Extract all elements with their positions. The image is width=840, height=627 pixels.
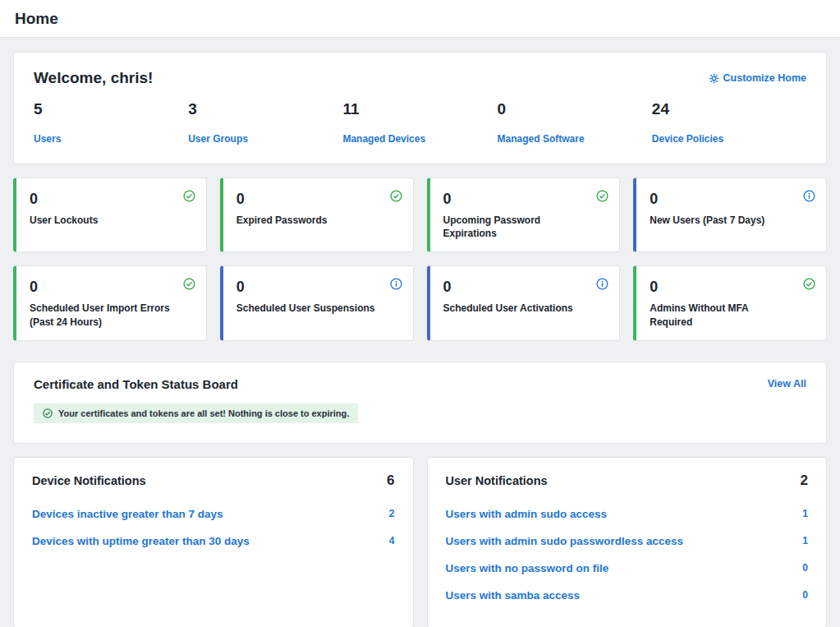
status-value: 0 <box>30 191 173 208</box>
stat-device-policies: 24 Device Policies <box>652 100 806 145</box>
gear-icon <box>709 73 719 84</box>
status-label: New Users (Past 7 Days) <box>650 214 793 227</box>
user-notification-row-samba[interactable]: Users with samba access 0 <box>446 582 809 609</box>
page-header: Home <box>0 0 840 38</box>
notification-count: 1 <box>802 508 808 519</box>
welcome-title: Welcome, chris! <box>34 69 153 87</box>
notification-count: 4 <box>389 535 395 546</box>
status-value: 0 <box>650 191 793 208</box>
notification-link: Devices with uptime greater than 30 days <box>32 535 250 547</box>
status-card-user-lockouts: 0 User Lockouts <box>13 177 207 252</box>
notification-count: 1 <box>802 535 808 546</box>
check-circle-icon <box>390 190 402 202</box>
stat-link-managed-software[interactable]: Managed Software <box>498 133 585 145</box>
stat-managed-devices: 11 Managed Devices <box>342 100 497 145</box>
user-notifications-title: User Notifications <box>446 474 548 487</box>
status-card-expired-passwords: 0 Expired Passwords <box>220 177 414 252</box>
notification-link: Users with admin sudo passwordless acces… <box>446 535 684 547</box>
status-value: 0 <box>443 279 587 296</box>
device-notification-row-uptime[interactable]: Devices with uptime greater than 30 days… <box>32 528 395 555</box>
status-value: 0 <box>650 279 793 296</box>
notification-link: Users with admin sudo access <box>446 508 608 520</box>
notification-link: Users with no password on file <box>446 562 609 574</box>
stat-link-managed-devices[interactable]: Managed Devices <box>342 133 425 145</box>
status-card-grid: 0 User Lockouts 0 Expired Passwords 0 Up… <box>13 177 827 341</box>
status-value: 0 <box>30 279 173 296</box>
status-label: Upcoming Password Expirations <box>443 214 587 240</box>
main-content: Welcome, chris! Customize Home <box>0 38 840 627</box>
stat-value: 0 <box>498 100 652 118</box>
customize-home-link[interactable]: Customize Home <box>709 72 806 84</box>
status-label: Admins Without MFA Required <box>650 302 793 328</box>
stat-user-groups: 3 User Groups <box>188 100 342 145</box>
status-value: 0 <box>236 279 380 296</box>
certificate-board-title: Certificate and Token Status Board <box>34 377 238 391</box>
status-value: 0 <box>443 191 587 208</box>
stat-value: 3 <box>188 100 342 118</box>
info-circle-icon[interactable] <box>596 278 608 290</box>
welcome-card: Welcome, chris! Customize Home <box>13 52 827 164</box>
status-card-upcoming-password-expirations: 0 Upcoming Password Expirations <box>427 177 621 252</box>
certificate-status-message: Your certificates and tokens are all set… <box>58 408 349 418</box>
status-label: Scheduled User Suspensions <box>236 302 380 315</box>
summary-stats: 5 Users 3 User Groups 11 Managed Devices… <box>34 100 806 145</box>
status-card-scheduled-user-suspensions: 0 Scheduled User Suspensions <box>220 265 414 340</box>
status-card-scheduled-user-import-errors: 0 Scheduled User Import Errors (Past 24 … <box>13 265 207 340</box>
notifications-section: Device Notifications 6 Devices inactive … <box>13 457 827 627</box>
status-value: 0 <box>236 191 380 208</box>
status-label: Scheduled User Activations <box>443 302 587 315</box>
device-notifications-card: Device Notifications 6 Devices inactive … <box>13 457 414 627</box>
notification-link: Devices inactive greater than 7 days <box>32 508 223 520</box>
stat-users: 5 Users <box>34 100 188 145</box>
status-label: Scheduled User Import Errors (Past 24 Ho… <box>30 302 173 328</box>
status-card-scheduled-user-activations: 0 Scheduled User Activations <box>427 265 621 340</box>
notification-link: Users with samba access <box>446 589 581 602</box>
certificate-status-banner: Your certificates and tokens are all set… <box>34 403 358 423</box>
stat-value: 5 <box>34 100 188 118</box>
user-notification-row-no-password[interactable]: Users with no password on file 0 <box>446 555 809 582</box>
check-circle-icon <box>803 278 815 290</box>
customize-home-label: Customize Home <box>723 72 806 84</box>
device-notifications-count: 6 <box>387 473 394 489</box>
user-notification-row-sudo-access[interactable]: Users with admin sudo access 1 <box>446 500 809 528</box>
view-all-link[interactable]: View All <box>768 378 806 390</box>
check-circle-icon <box>183 278 195 290</box>
user-notifications-count: 2 <box>801 473 808 489</box>
device-notifications-title: Device Notifications <box>32 474 146 487</box>
user-notification-row-sudo-passwordless[interactable]: Users with admin sudo passwordless acces… <box>446 528 809 555</box>
check-circle-icon <box>43 408 53 418</box>
stat-value: 24 <box>652 100 806 118</box>
certificate-status-card: Certificate and Token Status Board View … <box>13 362 827 444</box>
status-label: Expired Passwords <box>236 214 380 227</box>
status-label: User Lockouts <box>30 214 173 227</box>
stat-link-users[interactable]: Users <box>34 133 61 145</box>
status-card-new-users: 0 New Users (Past 7 Days) <box>633 177 827 252</box>
check-circle-icon <box>596 190 608 202</box>
check-circle-icon <box>183 190 195 202</box>
stat-link-user-groups[interactable]: User Groups <box>188 133 248 145</box>
stat-value: 11 <box>342 100 497 118</box>
stat-managed-software: 0 Managed Software <box>498 100 652 145</box>
notification-count: 0 <box>802 589 808 601</box>
status-card-admins-without-mfa: 0 Admins Without MFA Required <box>633 265 827 340</box>
stat-link-device-policies[interactable]: Device Policies <box>652 133 723 145</box>
notification-count: 2 <box>389 508 395 519</box>
info-circle-icon[interactable] <box>803 190 815 202</box>
user-notifications-card: User Notifications 2 Users with admin su… <box>427 457 828 627</box>
info-circle-icon[interactable] <box>390 278 402 290</box>
page-title: Home <box>15 10 58 28</box>
notification-count: 0 <box>802 562 808 574</box>
device-notification-row-inactive[interactable]: Devices inactive greater than 7 days 2 <box>32 500 395 528</box>
